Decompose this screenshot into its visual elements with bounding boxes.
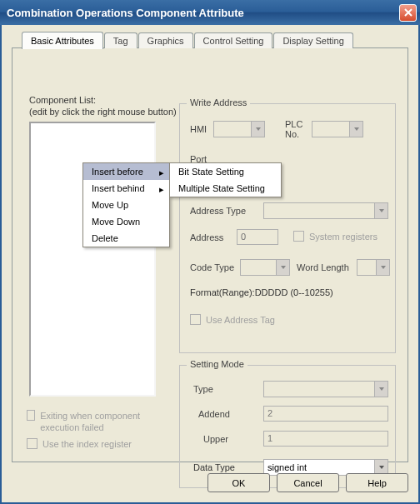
context-menu: Insert before ▸ Insert behind ▸ Move Up … [82, 162, 170, 247]
label-plc-no: PLC No. [285, 119, 302, 139]
label-data-type: Data Type [193, 462, 235, 472]
dialog-client: Basic Attributes Tag Graphics Control Se… [0, 25, 420, 504]
label-address: Address [190, 232, 223, 242]
ctx-delete[interactable]: Delete [83, 230, 169, 247]
ok-button[interactable]: OK [208, 473, 270, 492]
tab-control-setting[interactable]: Control Setting [194, 32, 273, 48]
submenu-arrow-icon: ▸ [159, 167, 164, 178]
chk-use-index-register[interactable]: Use the index register [27, 438, 132, 449]
chk-use-address-tag[interactable]: Use Address Tag [190, 314, 275, 325]
group-write-address: Write Address HMI PLC No. Port Address T… [179, 103, 396, 353]
tab-graphics[interactable]: Graphics [138, 32, 193, 48]
ctx-move-down[interactable]: Move Down [83, 213, 169, 230]
input-upper[interactable]: 1 [263, 431, 388, 447]
chk-exit-when-fail[interactable]: Exiting when component execution failed [27, 410, 164, 433]
tab-display-setting[interactable]: Display Setting [273, 32, 352, 48]
ctx-move-up[interactable]: Move Up [83, 197, 169, 213]
combo-hmi[interactable] [213, 121, 265, 137]
label-code-type: Code Type [190, 262, 234, 272]
component-list-label: Component List: (edit by click the right… [29, 94, 177, 117]
label-word-length: Word Length [297, 262, 349, 272]
combo-plc-no[interactable] [312, 121, 363, 137]
label-addend: Addend [198, 409, 230, 419]
group-legend: Write Address [187, 97, 250, 107]
button-bar: OK Cancel Help [208, 473, 408, 492]
window-title: Combination Operations Component Attribu… [7, 7, 244, 19]
checkbox-icon [293, 231, 304, 242]
group-setting-mode: Setting Mode Type Addend 2 Upper 1 Data … [179, 365, 396, 488]
tab-basic-attributes[interactable]: Basic Attributes [22, 32, 103, 49]
context-submenu: Bit State Setting Multiple State Setting [169, 162, 282, 197]
submenu-arrow-icon: ▸ [159, 184, 164, 195]
help-button[interactable]: Help [346, 473, 408, 492]
checkbox-icon [27, 438, 38, 449]
cancel-button[interactable]: Cancel [277, 473, 339, 492]
ctx-insert-behind[interactable]: Insert behind ▸ [83, 180, 169, 197]
combo-code-type[interactable] [240, 259, 290, 276]
input-address[interactable]: 0 [237, 229, 278, 245]
input-addend[interactable]: 2 [263, 406, 388, 422]
ctx-multiple-state-setting[interactable]: Multiple State Setting [170, 180, 281, 197]
chk-system-registers[interactable]: System registers [293, 231, 378, 242]
ctx-bit-state-setting[interactable]: Bit State Setting [170, 163, 281, 180]
ctx-insert-before[interactable]: Insert before ▸ [83, 163, 169, 180]
label-upper: Upper [203, 434, 228, 444]
tab-strip: Basic Attributes Tag Graphics Control Se… [22, 32, 354, 48]
combo-word-length[interactable] [357, 259, 390, 276]
label-hmi: HMI [190, 124, 207, 134]
checkbox-icon [27, 410, 35, 421]
close-icon [404, 8, 412, 17]
label-format: Format(Range):DDDDD (0--10255) [190, 287, 333, 297]
label-addr-type: Address Type [190, 206, 246, 216]
label-type: Type [193, 384, 213, 394]
combo-address-type[interactable] [263, 202, 388, 219]
combo-setting-type[interactable] [263, 381, 388, 397]
title-bar: Combination Operations Component Attribu… [0, 0, 420, 25]
tab-panel: Component List: (edit by click the right… [12, 47, 408, 462]
close-button[interactable] [399, 4, 417, 22]
group-legend: Setting Mode [187, 359, 248, 369]
tab-tag[interactable]: Tag [104, 32, 138, 48]
checkbox-icon [190, 314, 201, 325]
